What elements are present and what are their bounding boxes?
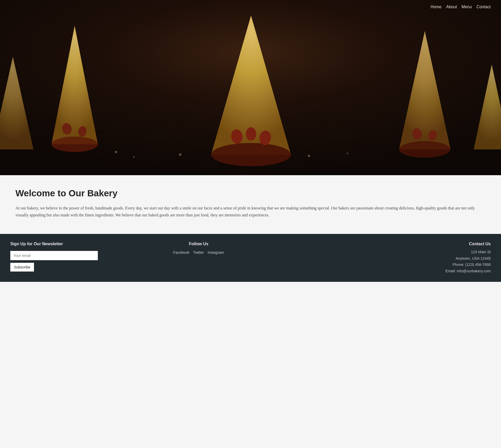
social-link-twitter[interactable]: Twitter (193, 250, 204, 255)
svg-point-11 (399, 141, 451, 158)
hero-image (0, 0, 501, 175)
footer-social: Follow Us Facebook Twitter Instagram (103, 242, 294, 255)
contact-phone: Phone: (123) 456-7890 (453, 263, 491, 267)
svg-point-6 (211, 143, 291, 166)
hero-section: Home About Menu Contact (0, 0, 501, 175)
main-nav: Home About Menu Contact (420, 0, 501, 14)
svg-point-16 (115, 151, 117, 153)
nav-menu[interactable]: Menu (462, 5, 472, 9)
contact-city: Anytown, USA 12345 (456, 256, 491, 260)
social-link-instagram[interactable]: Instagram (208, 250, 224, 255)
social-link-facebook[interactable]: Facebook (173, 250, 189, 255)
contact-heading: Contact Us (299, 242, 491, 246)
newsletter-heading: Sign Up for Our Newsletter (10, 242, 98, 246)
nav-contact[interactable]: Contact (477, 5, 491, 9)
svg-point-8 (246, 127, 256, 141)
svg-point-17 (133, 156, 135, 158)
svg-point-2 (51, 137, 98, 152)
page-title: Welcome to Our Bakery (15, 188, 486, 198)
footer: Sign Up for Our Newsletter Subscribe Fol… (0, 234, 501, 282)
contact-address: 123 Main St (471, 250, 491, 254)
page-body: At our bakery, we believe in the power o… (15, 205, 486, 218)
footer-contact: Contact Us 123 Main St Anytown, USA 1234… (299, 242, 491, 274)
footer-newsletter: Sign Up for Our Newsletter Subscribe (10, 242, 98, 272)
nav-about[interactable]: About (446, 5, 457, 9)
contact-email: Email: info@ourbakery.com (445, 269, 491, 273)
newsletter-email-input[interactable] (10, 251, 98, 260)
svg-point-19 (308, 155, 310, 157)
newsletter-subscribe-button[interactable]: Subscribe (10, 263, 34, 272)
social-heading: Follow Us (103, 242, 294, 246)
nav-home[interactable]: Home (430, 5, 442, 9)
contact-info: 123 Main St Anytown, USA 12345 Phone: (1… (299, 249, 491, 274)
social-links: Facebook Twitter Instagram (103, 250, 294, 255)
svg-point-20 (347, 153, 348, 154)
svg-point-18 (179, 153, 182, 156)
main-content: Welcome to Our Bakery At our bakery, we … (0, 175, 501, 234)
